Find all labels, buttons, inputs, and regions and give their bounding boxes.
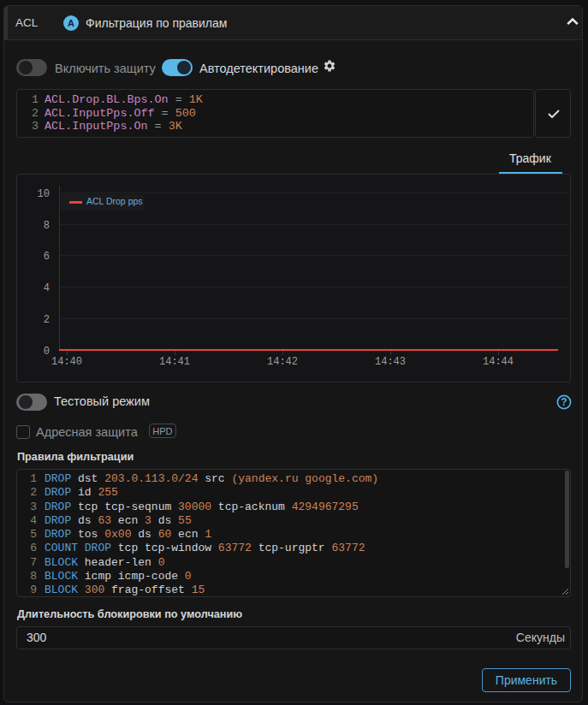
svg-text:?: ? — [561, 396, 567, 408]
